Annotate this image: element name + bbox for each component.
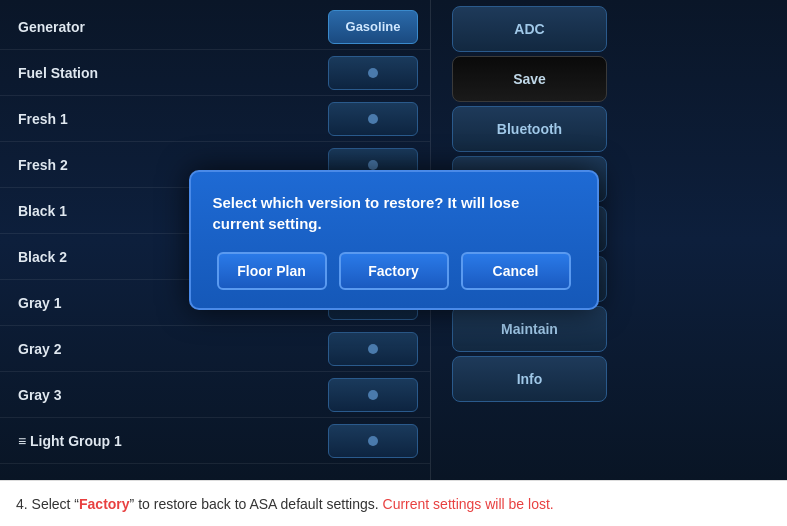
dialog-overlay: Select which version to restore? It will… bbox=[0, 0, 787, 480]
instruction-warning: Current settings will be lost. bbox=[383, 496, 554, 512]
instruction-prefix: 4. Select “ bbox=[16, 496, 79, 512]
instruction-middle: ” to restore back to ASA default setting… bbox=[130, 496, 383, 512]
instruction-bar: 4. Select “Factory” to restore back to A… bbox=[0, 480, 787, 526]
floor-plan-button[interactable]: Floor Plan bbox=[217, 252, 327, 290]
instruction-factory-highlight: Factory bbox=[79, 496, 130, 512]
dialog-message: Select which version to restore? It will… bbox=[213, 192, 575, 234]
dialog-button-group: Floor Plan Factory Cancel bbox=[213, 252, 575, 290]
restore-dialog: Select which version to restore? It will… bbox=[189, 170, 599, 310]
instruction-text: 4. Select “Factory” to restore back to A… bbox=[16, 496, 554, 512]
main-screen: Generator Gasoline Fuel Station Fresh 1 … bbox=[0, 0, 787, 480]
factory-button[interactable]: Factory bbox=[339, 252, 449, 290]
cancel-button[interactable]: Cancel bbox=[461, 252, 571, 290]
